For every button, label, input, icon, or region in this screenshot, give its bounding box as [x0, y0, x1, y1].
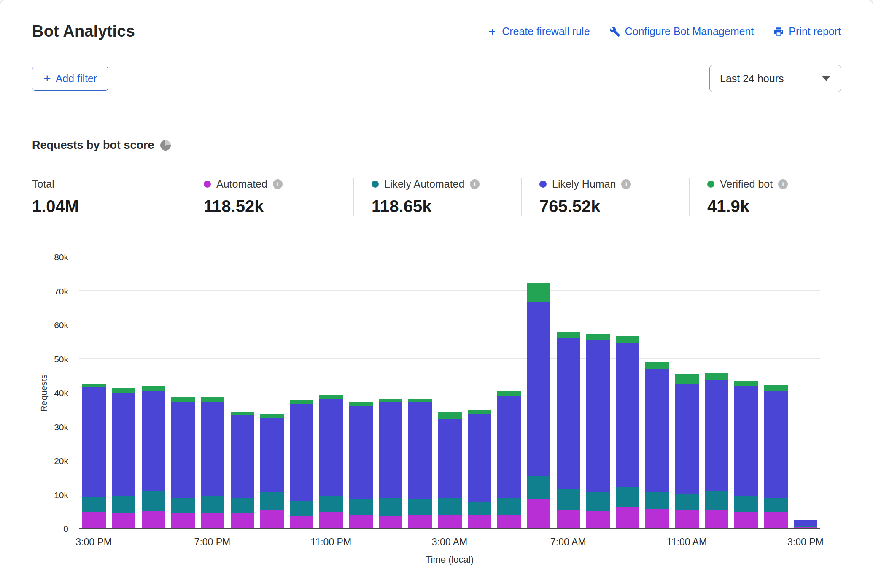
bar-segment-verified-bot	[319, 395, 343, 399]
bar-segment-likely-automated	[438, 498, 462, 515]
bar-segment-verified-bot	[349, 402, 373, 406]
x-tick-label: 11:00 AM	[667, 537, 707, 548]
bar-segment-automated	[616, 507, 639, 528]
bar[interactable]	[642, 257, 672, 528]
bar-segment-verified-bot	[705, 373, 728, 380]
bar[interactable]	[109, 257, 138, 528]
bar[interactable]	[524, 257, 553, 528]
bar[interactable]	[583, 257, 613, 528]
stat-total: Total 1.04M	[32, 178, 186, 216]
bar-segment-verified-bot	[675, 374, 699, 384]
y-tick-label: 60k	[54, 320, 68, 330]
bar-segment-verified-bot	[557, 332, 580, 338]
y-tick-label: 10k	[54, 490, 68, 500]
bar-segment-likely-automated	[675, 494, 699, 510]
bar-segment-likely-automated	[142, 491, 165, 511]
bar-segment-likely-human	[142, 391, 165, 491]
stat-automated: Automated 118.52k	[186, 178, 353, 216]
bar-segment-verified-bot	[616, 336, 639, 343]
bar-segment-likely-human	[645, 369, 669, 492]
bar-segment-likely-automated	[764, 498, 788, 512]
bar[interactable]	[257, 257, 287, 528]
stat-value: 765.52k	[539, 197, 681, 216]
bar-segment-likely-automated	[379, 498, 402, 516]
bar-segment-likely-human	[497, 396, 521, 498]
stat-likely-automated: Likely Automated 118.65k	[353, 178, 521, 216]
bar[interactable]	[761, 257, 790, 528]
bar-segment-verified-bot	[438, 412, 462, 418]
info-icon[interactable]	[621, 179, 631, 189]
bar-segment-automated	[379, 516, 402, 528]
bar[interactable]	[287, 257, 316, 528]
info-icon[interactable]	[470, 179, 480, 189]
bar[interactable]	[316, 257, 346, 528]
bar-segment-likely-human	[705, 380, 728, 491]
configure-bot-management-link[interactable]: Configure Bot Management	[609, 25, 754, 38]
stat-value: 118.52k	[204, 197, 345, 216]
time-range-select[interactable]: Last 24 hours	[709, 65, 841, 92]
bar[interactable]	[405, 257, 435, 528]
bar-segment-likely-human	[290, 404, 313, 501]
bar-segment-likely-automated	[408, 499, 432, 515]
bar-segment-likely-human	[527, 302, 550, 476]
bar[interactable]	[791, 257, 820, 528]
bar[interactable]	[227, 257, 257, 528]
bar[interactable]	[198, 257, 227, 528]
y-axis-ticks: 010k20k30k40k50k60k70k80k	[32, 257, 74, 529]
bar[interactable]	[465, 257, 494, 528]
bar-segment-verified-bot	[201, 397, 224, 402]
stat-label: Verified bot	[720, 178, 773, 190]
bar[interactable]	[731, 257, 761, 528]
bar-segment-likely-human	[171, 402, 195, 497]
bar-segment-likely-human	[349, 406, 373, 499]
bar-segment-automated	[764, 512, 788, 528]
bar[interactable]	[79, 257, 109, 528]
pie-chart-icon	[160, 140, 171, 151]
bar-segment-likely-automated	[616, 487, 639, 507]
page-title: Bot Analytics	[32, 22, 135, 40]
gridline	[79, 256, 820, 256]
print-report-link[interactable]: Print report	[773, 25, 841, 38]
bar[interactable]	[554, 257, 583, 528]
bar[interactable]	[494, 257, 524, 528]
bar-segment-verified-bot	[734, 381, 758, 387]
bar[interactable]	[672, 257, 702, 528]
bar-segment-verified-bot	[468, 410, 491, 415]
bar-segment-likely-human	[675, 384, 699, 494]
bar[interactable]	[346, 257, 376, 528]
bar-segment-likely-human	[734, 386, 758, 496]
bar-segment-automated	[349, 515, 373, 528]
action-label: Configure Bot Management	[625, 25, 754, 38]
action-label: Create firewall rule	[502, 25, 590, 38]
x-axis-ticks: 3:00 PM7:00 PM11:00 PM3:00 AM7:00 AM11:0…	[79, 533, 820, 550]
x-tick-label: 11:00 PM	[310, 537, 351, 548]
bar[interactable]	[139, 257, 168, 528]
bar-segment-likely-human	[586, 340, 610, 493]
bar[interactable]	[613, 257, 642, 528]
bar-segment-likely-automated	[497, 498, 521, 515]
bar-segment-automated	[290, 516, 313, 528]
bar[interactable]	[168, 257, 198, 528]
bar-segment-automated	[142, 511, 165, 528]
bar[interactable]	[435, 257, 464, 528]
create-firewall-rule-link[interactable]: Create firewall rule	[487, 25, 590, 38]
bar-segment-likely-automated	[260, 492, 284, 510]
bar-segment-likely-human	[260, 418, 284, 492]
bar-segment-likely-human	[468, 414, 491, 502]
x-axis-title: Time (local)	[79, 554, 820, 565]
bar-segment-verified-bot	[497, 391, 521, 396]
bar-segment-automated	[794, 527, 817, 528]
plus-icon: +	[43, 74, 51, 83]
info-icon[interactable]	[273, 179, 283, 189]
bar[interactable]	[702, 257, 731, 528]
requests-chart: Requests 010k20k30k40k50k60k70k80k 3:00 …	[32, 253, 841, 574]
bar-segment-likely-human	[764, 391, 788, 498]
stat-label: Likely Human	[552, 178, 616, 190]
bar-segment-likely-human	[794, 520, 817, 526]
section-title-text: Requests by bot score	[32, 139, 154, 152]
add-filter-button[interactable]: + Add filter	[32, 67, 108, 91]
plot-area	[79, 257, 820, 529]
bar-segment-automated	[260, 510, 284, 528]
bar[interactable]	[376, 257, 405, 528]
info-icon[interactable]	[778, 179, 788, 189]
